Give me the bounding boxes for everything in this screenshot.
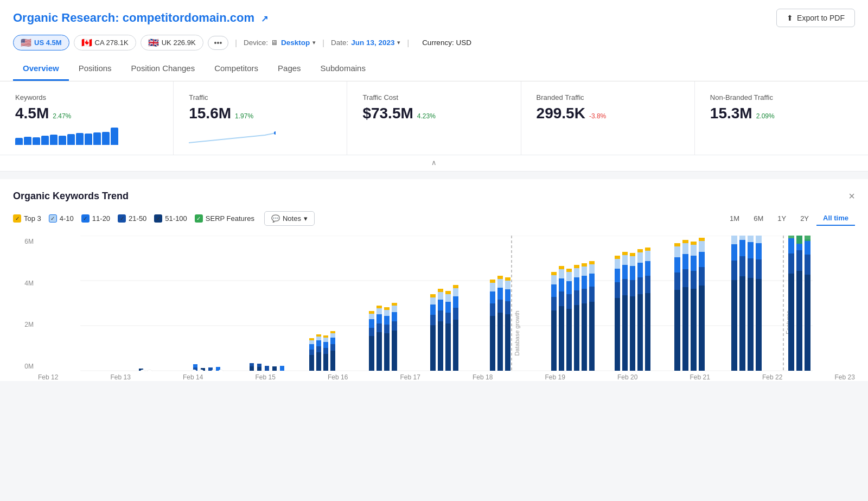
svg-rect-111 xyxy=(566,269,572,272)
region-us[interactable]: 🇺🇸 US 4.5M xyxy=(13,35,69,50)
svg-rect-84 xyxy=(490,291,495,303)
svg-rect-93 xyxy=(505,301,510,314)
svg-rect-94 xyxy=(505,289,510,301)
svg-rect-193 xyxy=(796,271,802,371)
svg-rect-170 xyxy=(699,241,705,252)
time-all[interactable]: All time xyxy=(816,211,855,226)
svg-rect-48 xyxy=(376,324,382,332)
svg-rect-138 xyxy=(630,280,635,296)
legend-4-10[interactable]: ✓ 4-10 xyxy=(49,214,74,223)
svg-rect-131 xyxy=(615,256,620,259)
svg-rect-27 xyxy=(316,352,321,371)
external-link-icon[interactable]: ↗ xyxy=(261,14,268,24)
svg-rect-140 xyxy=(630,256,635,266)
svg-rect-157 xyxy=(682,287,688,371)
svg-rect-114 xyxy=(574,277,579,290)
svg-rect-75 xyxy=(445,294,451,302)
time-2y[interactable]: 2Y xyxy=(794,212,815,225)
notes-button[interactable]: 💬 Notes ▾ xyxy=(264,211,315,226)
svg-rect-87 xyxy=(497,313,503,371)
svg-rect-164 xyxy=(691,256,697,271)
ca-flag: 🇨🇦 xyxy=(81,37,92,48)
svg-rect-115 xyxy=(574,268,579,277)
time-6m[interactable]: 6M xyxy=(747,212,770,225)
svg-rect-63 xyxy=(430,315,436,325)
svg-rect-71 xyxy=(438,289,443,292)
svg-rect-174 xyxy=(731,244,737,261)
svg-rect-60 xyxy=(392,306,397,312)
time-1y[interactable]: 1Y xyxy=(771,212,793,225)
region-uk[interactable]: 🇬🇧 UK 226.9K xyxy=(141,35,203,50)
legend-11-20-checkbox[interactable]: ✓ xyxy=(81,214,90,223)
svg-rect-141 xyxy=(630,253,635,256)
svg-rect-54 xyxy=(384,316,390,325)
tab-position-changes[interactable]: Position Changes xyxy=(122,58,205,81)
svg-rect-101 xyxy=(551,272,557,275)
svg-rect-92 xyxy=(505,314,510,371)
svg-rect-197 xyxy=(805,275,810,371)
svg-rect-47 xyxy=(376,332,382,371)
svg-rect-132 xyxy=(622,295,628,371)
svg-rect-194 xyxy=(796,250,802,271)
collapse-button[interactable]: ∧ xyxy=(0,155,868,172)
svg-rect-121 xyxy=(582,263,587,267)
legend-4-10-checkbox[interactable]: ✓ xyxy=(49,214,57,223)
svg-rect-125 xyxy=(589,264,595,274)
svg-rect-130 xyxy=(615,259,620,269)
svg-rect-127 xyxy=(615,298,620,371)
time-1m[interactable]: 1M xyxy=(723,212,746,225)
svg-rect-62 xyxy=(430,325,436,371)
export-icon: ⬆ xyxy=(787,14,793,22)
svg-rect-182 xyxy=(748,242,754,258)
legend-51-100-checkbox[interactable]: ✓ xyxy=(154,214,162,223)
svg-rect-163 xyxy=(691,271,697,289)
svg-rect-162 xyxy=(691,289,697,371)
svg-rect-30 xyxy=(316,337,321,340)
svg-rect-147 xyxy=(645,293,650,371)
svg-rect-26 xyxy=(309,338,314,340)
svg-rect-96 xyxy=(505,277,510,281)
legend-top3[interactable]: ✓ Top 3 xyxy=(13,214,41,223)
svg-rect-83 xyxy=(490,303,495,316)
svg-rect-173 xyxy=(731,261,737,280)
svg-rect-184 xyxy=(756,279,762,371)
svg-rect-28 xyxy=(316,346,321,352)
chart-close-button[interactable]: × xyxy=(848,190,855,202)
legend-serp-checkbox[interactable]: ✓ xyxy=(195,214,203,223)
more-regions-button[interactable]: ••• xyxy=(208,36,229,50)
legend-51-100[interactable]: ✓ 51-100 xyxy=(154,214,187,223)
legend-top3-checkbox[interactable]: ✓ xyxy=(13,214,21,223)
legend-21-50[interactable]: ✓ 21-50 xyxy=(118,214,146,223)
legend-21-50-checkbox[interactable]: ✓ xyxy=(118,214,126,223)
tab-subdomains[interactable]: Subdomains xyxy=(311,58,375,81)
tab-positions[interactable]: Positions xyxy=(69,58,122,81)
legend-11-20[interactable]: ✓ 11-20 xyxy=(81,214,110,223)
svg-rect-11 xyxy=(193,364,197,367)
svg-rect-40 xyxy=(330,333,335,338)
date-filter: Date: Jun 13, 2023 ▾ xyxy=(331,39,401,47)
uk-flag: 🇬🇧 xyxy=(148,37,159,48)
svg-rect-112 xyxy=(574,305,579,371)
svg-rect-38 xyxy=(330,344,335,351)
svg-rect-134 xyxy=(622,265,628,279)
tab-competitors[interactable]: Competitors xyxy=(205,58,268,81)
region-ca[interactable]: 🇨🇦 CA 278.1K xyxy=(74,35,136,50)
svg-rect-177 xyxy=(739,256,745,276)
svg-rect-145 xyxy=(637,252,643,263)
device-dropdown-arrow[interactable]: ▾ xyxy=(312,39,316,46)
svg-rect-181 xyxy=(748,258,754,278)
svg-rect-133 xyxy=(622,279,628,295)
collapse-icon: ∧ xyxy=(431,158,437,167)
svg-rect-107 xyxy=(566,309,572,371)
page-title: Organic Research: competitordomain.com ↗ xyxy=(13,11,268,25)
legend-serp-features[interactable]: ✓ SERP Features xyxy=(195,214,254,223)
svg-rect-39 xyxy=(330,338,335,344)
export-pdf-button[interactable]: ⬆ Export to PDF xyxy=(776,9,855,27)
tab-pages[interactable]: Pages xyxy=(268,58,311,81)
svg-rect-198 xyxy=(805,255,810,275)
svg-rect-53 xyxy=(384,325,390,333)
date-dropdown-arrow[interactable]: ▾ xyxy=(397,39,400,46)
tab-overview[interactable]: Overview xyxy=(13,58,69,81)
svg-rect-21 xyxy=(280,366,284,371)
svg-rect-76 xyxy=(445,291,451,294)
